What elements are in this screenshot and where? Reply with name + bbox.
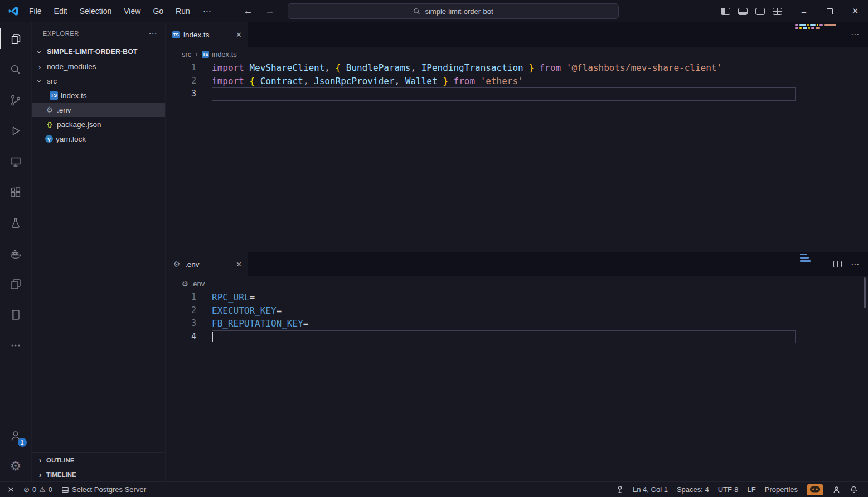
menu-run[interactable]: Run xyxy=(169,0,196,22)
tree-item-src[interactable]: › src xyxy=(32,74,165,88)
editor-more-actions-icon[interactable]: ⋯ xyxy=(851,30,859,40)
source-control-icon[interactable] xyxy=(0,85,32,115)
extensions-icon[interactable] xyxy=(0,177,32,207)
minimap-mark xyxy=(800,260,812,262)
copilot-status[interactable] xyxy=(802,482,828,497)
editor-group-top: TS index.ts ✕ ⋯ src › TS index.ts xyxy=(166,22,868,252)
chevron-right-icon: › xyxy=(36,470,44,479)
settings-gear-icon[interactable]: ⚙ xyxy=(0,451,32,481)
tab-close-icon[interactable]: ✕ xyxy=(236,31,242,39)
toggle-panel-icon[interactable] xyxy=(738,8,748,15)
code-line[interactable]: 1RPC_URL= xyxy=(166,291,868,304)
toggle-secondary-sidebar-icon[interactable] xyxy=(755,8,765,15)
explorer-icon[interactable] xyxy=(0,23,32,54)
postgres-server-label: Select Postgres Server xyxy=(72,485,146,494)
menu-selection[interactable]: Selection xyxy=(74,0,118,22)
run-debug-icon[interactable] xyxy=(0,115,32,146)
docker-icon[interactable] xyxy=(0,238,32,269)
ports-status[interactable] xyxy=(612,482,628,497)
code-token: Wallet xyxy=(405,76,438,86)
line-col-status[interactable]: Ln 4, Col 1 xyxy=(628,482,672,497)
notebook-icon[interactable] xyxy=(0,299,32,330)
timeline-section[interactable]: › TIMELINE xyxy=(32,467,165,481)
minimap[interactable] xyxy=(800,254,812,264)
minimap[interactable] xyxy=(795,24,842,31)
tree-item-package-json[interactable]: {} package.json xyxy=(32,117,165,131)
code-token: } xyxy=(523,62,534,73)
typescript-file-icon: TS xyxy=(172,31,180,38)
code-token: { xyxy=(249,76,260,86)
tree-item-index-ts[interactable]: TS index.ts xyxy=(32,88,165,103)
remote-indicator[interactable] xyxy=(0,482,19,497)
line-number: 3 xyxy=(166,87,196,101)
code-token: RPC_URL xyxy=(212,292,249,303)
line-number: 4 xyxy=(166,330,196,344)
breadcrumb-file[interactable]: ⚙ .env xyxy=(182,280,205,288)
notifications-status[interactable] xyxy=(845,482,862,497)
explorer-more-icon[interactable]: ⋯ xyxy=(148,28,157,38)
tree-item-node-modules[interactable]: › node_modules xyxy=(32,59,165,74)
chevron-right-icon: › xyxy=(35,62,44,71)
code-line[interactable]: 3 xyxy=(166,87,868,101)
section-label: TIMELINE xyxy=(46,471,76,478)
menu-view[interactable]: View xyxy=(118,0,147,22)
menu-overflow-icon[interactable]: ⋯ xyxy=(196,0,218,22)
warning-icon: ⚠ xyxy=(39,485,46,494)
toggle-sidebar-icon[interactable] xyxy=(721,8,730,15)
menu-file[interactable]: File xyxy=(23,0,48,22)
tab-index-ts[interactable]: TS index.ts ✕ xyxy=(166,22,248,47)
breadcrumb-file[interactable]: TS index.ts xyxy=(202,50,237,59)
menu-edit[interactable]: Edit xyxy=(48,0,74,22)
json-file-icon: {} xyxy=(45,121,54,128)
problems-status[interactable]: ⊘ 0 ⚠ 0 xyxy=(19,482,57,497)
scrollbar-thumb[interactable] xyxy=(864,277,866,308)
editor-more-actions-icon[interactable]: ⋯ xyxy=(851,259,859,269)
tab-close-icon[interactable]: ✕ xyxy=(236,260,242,269)
eol-status[interactable]: LF xyxy=(743,482,760,497)
code-line[interactable]: 4 xyxy=(166,330,868,344)
minimap-mark xyxy=(800,254,812,255)
close-button[interactable]: ✕ xyxy=(842,0,868,22)
scrollbar-rail[interactable] xyxy=(861,22,861,252)
tree-item-label: package.json xyxy=(57,120,101,129)
minimize-button[interactable]: – xyxy=(791,0,817,22)
code-line[interactable]: 2EXECUTOR_KEY= xyxy=(166,304,868,318)
bell-icon xyxy=(850,485,858,494)
code-editor-env[interactable]: 1RPC_URL=2EXECUTOR_KEY=3FB_REPUTATION_KE… xyxy=(166,291,868,481)
tab-env[interactable]: ⚙ .env ✕ xyxy=(166,252,248,276)
tree-item-yarn-lock[interactable]: y yarn.lock xyxy=(32,131,165,146)
accounts-icon[interactable]: 1 xyxy=(0,420,32,451)
code-line[interactable]: 2import { Contract, JsonRpcProvider, Wal… xyxy=(166,75,868,88)
chevron-down-icon: › xyxy=(36,47,44,56)
code-line[interactable]: 3FB_REPUTATION_KEY= xyxy=(166,317,868,330)
back-icon[interactable]: ← xyxy=(244,6,253,17)
code-editor-index-ts[interactable]: 1import MevShareClient, { BundleParams, … xyxy=(166,61,868,252)
tree-item-root[interactable]: › SIMPLE-LIMIT-ORDER-BOT xyxy=(32,45,165,59)
testing-icon[interactable] xyxy=(0,207,32,238)
forward-icon[interactable]: → xyxy=(265,6,275,17)
code-token: = xyxy=(249,292,255,303)
command-center-search[interactable]: simple-limit-order-bot xyxy=(288,3,619,19)
encoding-status[interactable]: UTF-8 xyxy=(714,482,743,497)
containers-icon[interactable] xyxy=(0,269,32,299)
menu-go[interactable]: Go xyxy=(147,0,169,22)
code-line[interactable]: 1import MevShareClient, { BundleParams, … xyxy=(166,61,868,75)
tree-item-env[interactable]: ⚙ .env xyxy=(32,103,165,117)
env-file-gear-icon: ⚙ xyxy=(45,106,54,114)
minimap-mark xyxy=(795,27,842,29)
remote-explorer-icon[interactable] xyxy=(0,146,32,177)
language-status[interactable]: Properties xyxy=(760,482,802,497)
split-editor-icon[interactable] xyxy=(833,261,842,267)
indent-status[interactable]: Spaces: 4 xyxy=(672,482,714,497)
outline-section[interactable]: › OUTLINE xyxy=(32,452,165,467)
maximize-button[interactable] xyxy=(817,0,842,22)
scrollbar-rail[interactable] xyxy=(861,252,861,481)
line-number: 1 xyxy=(166,61,196,75)
customize-layout-icon[interactable] xyxy=(773,8,782,15)
titlebar: File Edit Selection View Go Run ⋯ ← → si… xyxy=(0,0,868,22)
search-view-icon[interactable] xyxy=(0,54,32,85)
feedback-status[interactable] xyxy=(828,482,845,497)
breadcrumb-folder[interactable]: src xyxy=(182,50,191,59)
postgres-server-status[interactable]: Select Postgres Server xyxy=(57,482,151,497)
additional-views-icon[interactable] xyxy=(0,330,32,360)
